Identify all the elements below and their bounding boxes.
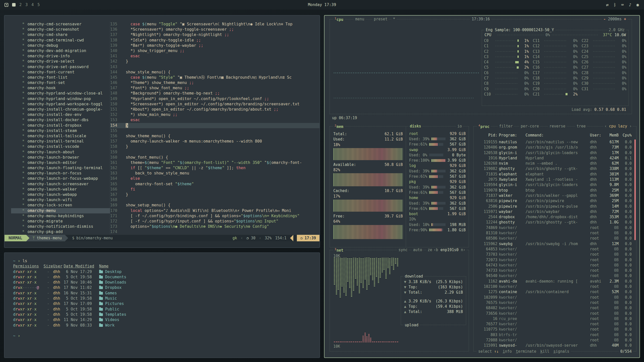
file-item[interactable]: *omarchy-hyprland-workspace-toggl	[22, 102, 110, 107]
file-item[interactable]: *omarchy-launch-or-focus-webapp	[22, 176, 110, 181]
proc-row[interactable]: 115962swaybg/usr/bin/swaybg -i /homdhh12…	[474, 241, 636, 247]
keyboard-icon[interactable]: ⌨	[621, 2, 624, 7]
workspace-button[interactable]: 5	[37, 3, 40, 7]
proc-select-label[interactable]: select ↑↓	[478, 349, 499, 354]
proc-row[interactable]: 120406org.gnom/usr/bin/gjs /usr/lib/odhh…	[474, 145, 636, 150]
proc-row[interactable]: 803btrfs-trroot0B0.0	[474, 332, 636, 338]
file-item[interactable]: *omarchy-cmd-screensaver	[22, 22, 110, 27]
proc-row[interactable]: 76575kworker/root0B0.0	[474, 300, 636, 305]
file-item[interactable]: *omarchy-hyprland-window-close-al	[22, 91, 110, 96]
code-line[interactable]: 163 back_to show_style_menu	[110, 171, 319, 176]
proc-row[interactable]: 64853kworker/root0B0.0	[474, 247, 636, 252]
workspace-special-icon[interactable]	[5, 3, 8, 7]
proc-signals-button[interactable]: signals	[553, 349, 569, 354]
workspace-button[interactable]: 4	[31, 3, 34, 7]
file-item[interactable]: *omarchy-migrate	[22, 219, 110, 224]
code-line[interactable]: 165 omarchy-font-set "$theme"	[110, 182, 319, 187]
file-item[interactable]: *omarchy-install-dropbox	[22, 123, 110, 128]
code-line[interactable]: 162 if [[ "$theme" == "CNCLD" || -z "$th…	[110, 165, 319, 171]
screencast-icon[interactable]: ⇄	[606, 2, 609, 7]
file-item[interactable]: *omarchy-font-list	[22, 75, 110, 80]
code-line[interactable]: 160show_font_menu() {	[110, 155, 319, 160]
code-line[interactable]: 169show_setup_menu() {	[110, 203, 319, 208]
proc-row[interactable]: 73656kworker/root0B0.0	[474, 311, 636, 316]
bluetooth-icon[interactable]: ᛒ	[614, 2, 616, 7]
code-line[interactable]: 141 esac	[110, 54, 319, 59]
proc-row[interactable]: 71837walker/usr/bin/walker --gappldhh369…	[474, 193, 636, 198]
workspace-button[interactable]: 3	[25, 3, 28, 7]
net-auto-button[interactable]: auto	[412, 248, 423, 252]
file-item[interactable]: *omarchy-launch-webapp	[22, 192, 110, 197]
code-line[interactable]: 151 *About*) open_in_editor ~/.config/om…	[110, 107, 319, 112]
code-line[interactable]: 161 theme=$(menu "Font" "$(omarchy-font-…	[110, 160, 319, 165]
proc-row[interactable]: 12244ghostty/usr/bin/ghostty --gtk-dhh1.…	[474, 220, 636, 225]
file-item[interactable]: *omarchy-launch-floating-terminal	[22, 165, 110, 171]
btop-preset-button[interactable]: preset	[373, 17, 389, 21]
file-item[interactable]: *omarchy-launch-wifi	[22, 197, 110, 203]
proc-row[interactable]: 76577kworker/root0B0.0	[474, 322, 636, 327]
btop-menu-button[interactable]: menu	[354, 17, 366, 21]
proc-row[interactable]: 119078btopbtopdhh25M0.0	[474, 188, 636, 193]
proc-tree-button[interactable]: tree	[575, 124, 587, 128]
code-line[interactable]: 139 *Bar*) omarchy-toggle-waybar ;;	[110, 43, 319, 48]
file-item[interactable]: *omarchy-cmd-share	[22, 32, 110, 37]
proc-per-core-button[interactable]: per-core	[519, 124, 540, 128]
file-item[interactable]: *omarchy-dev-add-migration	[22, 48, 110, 54]
net-sync-button[interactable]: sync	[397, 248, 409, 252]
code-line[interactable]: 170 local options="♪ Audio\n☰ Wifi\nᛒ Bl…	[110, 208, 319, 213]
code-line[interactable]: 168	[110, 197, 319, 203]
code-line[interactable]: 154}	[110, 123, 319, 128]
file-item[interactable]: *omarchy-install-docker-dbs	[22, 117, 110, 123]
proc-row[interactable]: 72088kworker/root0B0.0	[474, 338, 636, 343]
file-item[interactable]: *omarchy-cmd-terminal-cwd	[22, 38, 110, 43]
code-line[interactable]: 156show_theme_menu() {	[110, 133, 319, 139]
proc-row[interactable]: 73703kworker/root0B0.0	[474, 252, 636, 257]
file-item[interactable]: *omarchy-drive-info	[22, 54, 110, 59]
net-interface[interactable]: ‹b enp191s0 n›	[432, 248, 467, 252]
proc-row[interactable]: 68586kworker/root0B0.0	[474, 236, 636, 241]
volume-icon[interactable]: ♪	[629, 2, 631, 7]
code-line[interactable]: 152 *) show_main_menu ;;	[110, 112, 319, 117]
file-item[interactable]: *omarchy-menu-keybindings	[22, 213, 110, 219]
code-line[interactable]: 172 [ -f ~/.config/hypr/input.conf ] && …	[110, 219, 319, 224]
code-line[interactable]: 135 case $(menu "Toggle" "▣ Screensaver\…	[110, 22, 319, 27]
code-line[interactable]: 145 case $(menu "Style" "▣ Theme\nⒶ Font…	[110, 75, 319, 80]
code-line[interactable]: 173 options="$options\n◉ Defaults\n⊕ DNS…	[110, 224, 319, 229]
proc-row[interactable]: 16rcu_preeroot0B0.0	[474, 316, 636, 322]
proc-row[interactable]: 63816pipewire/usr/bin/pipewiredhh25M0.0	[474, 198, 636, 204]
file-item[interactable]: *omarchy-install-terminal	[22, 139, 110, 144]
code-line[interactable]: 150 *Screensaver*) open_in_editor ~/.con…	[110, 102, 319, 107]
proc-row[interactable]: 1275containe/usr/bin/containerdroot52M0.…	[474, 289, 636, 295]
code-line[interactable]: 158}	[110, 144, 319, 149]
code-line[interactable]: 149 *Hyprland*) open_in_editor ~/.config…	[110, 96, 319, 102]
proc-reverse-button[interactable]: reverse	[548, 124, 567, 128]
interval-decrease-button[interactable]: -	[603, 17, 606, 21]
proc-row[interactable]: 72073kworker/root0B0.0	[474, 257, 636, 263]
code-line[interactable]: 155	[110, 128, 319, 133]
proc-row[interactable]: 2506pipewire/usr/bin/pipewire-pulsedhh14…	[474, 204, 636, 209]
file-item[interactable]: *omarchy-drive-set-password	[22, 64, 110, 70]
proc-row[interactable]: 71835elephantelephantdhh381M0.0	[474, 172, 636, 177]
proc-row[interactable]: 120538glycin-i/usr/lib/glycin-loadersdhh…	[474, 150, 636, 156]
proc-row[interactable]: 120268nvimnvim --embed .dhh62M0.0	[474, 161, 636, 166]
proc-row[interactable]: 102100kworker/root0B0.0	[474, 284, 636, 289]
file-item[interactable]: *omarchy-font-current	[22, 70, 110, 75]
io-tab[interactable]: io	[456, 124, 463, 128]
proc-row[interactable]: 1162avahi-daavahi-daemon: running [avahi…	[474, 279, 636, 284]
proc-scrollbar[interactable]	[634, 140, 636, 240]
code-line[interactable]: 137 *Nightlight*) omarchy-toggle-nightli…	[110, 32, 319, 37]
file-item[interactable]: *omarchy-launch-screensaver	[22, 182, 110, 187]
code-line[interactable]: 166 fi	[110, 187, 319, 192]
file-item[interactable]: *omarchy-drive-select	[22, 59, 110, 64]
code-line[interactable]: 140 *) show_trigger_menu ;;	[110, 48, 319, 54]
code-line[interactable]: 174	[110, 229, 319, 235]
file-item[interactable]: *omarchy-install-chromium-google-	[22, 107, 110, 112]
proc-row[interactable]: 119082ghostty/usr/bin/ghostty --gtk-dhh3…	[474, 166, 636, 171]
file-item[interactable]: *omarchy-hyprland-window-pop	[22, 96, 110, 102]
code-line[interactable]: 147 *Font*) show_font_menu ;;	[110, 85, 319, 91]
code-line[interactable]: 157 omarchy-launch-walker -m menus:omarc…	[110, 139, 319, 144]
proc-sort-control[interactable]: ‹ cpu lazy ›	[603, 124, 633, 128]
proc-header[interactable]: Pid: Program: Command: User: MemB Cpu%	[474, 133, 636, 138]
interval-increase-button[interactable]: +	[624, 17, 626, 21]
proc-row[interactable]: 115991swayosd-/usr/bin/swayosd-serverdhh…	[474, 343, 636, 348]
